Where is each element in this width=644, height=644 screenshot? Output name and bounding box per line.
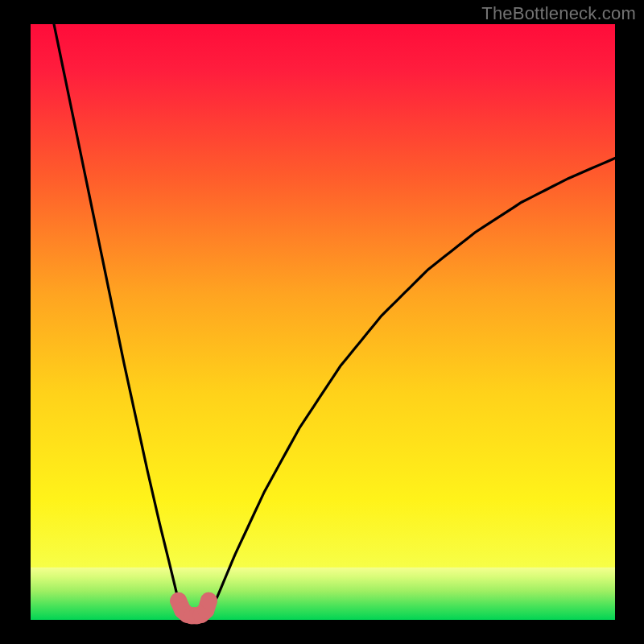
plot-gradient-background xyxy=(31,24,615,620)
chart-frame: TheBottleneck.com xyxy=(0,0,644,644)
trough-marker xyxy=(200,592,217,609)
green-bottom-band xyxy=(31,568,615,620)
watermark-text: TheBottleneck.com xyxy=(481,3,636,24)
bottleneck-chart xyxy=(0,0,644,644)
